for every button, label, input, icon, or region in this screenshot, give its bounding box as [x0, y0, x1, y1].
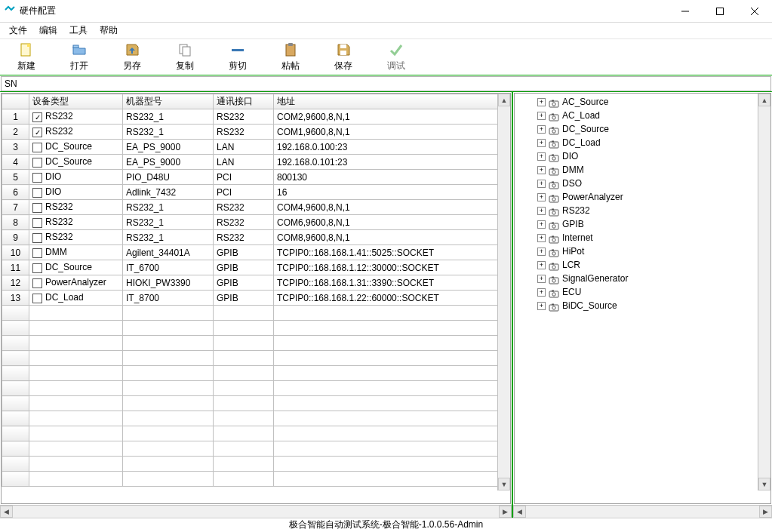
cell-type[interactable]: RS232 — [29, 125, 123, 140]
expand-icon[interactable]: + — [537, 275, 546, 283]
expand-icon[interactable]: + — [537, 288, 546, 297]
cell-port[interactable]: RS232 — [214, 200, 274, 215]
tree-node[interactable]: +ECU — [519, 285, 770, 299]
table-row[interactable] — [2, 441, 510, 457]
tree-node[interactable]: +DC_Load — [519, 136, 770, 149]
cell-port[interactable]: RS232 — [214, 109, 274, 125]
cell-type[interactable]: RS232 — [29, 215, 123, 230]
cell-port[interactable]: RS232 — [214, 230, 274, 245]
new-button[interactable]: 新建 — [0, 41, 53, 74]
tree-node[interactable]: +AC_Load — [519, 109, 770, 122]
table-row[interactable]: 12PowerAnalyzerHIOKI_PW3390GPIBTCPIP0::1… — [2, 275, 510, 291]
cut-button[interactable]: 剪切 — [211, 41, 264, 74]
row-checkbox[interactable] — [32, 233, 42, 243]
cell-type[interactable]: DMM — [29, 245, 123, 260]
expand-icon[interactable]: + — [537, 98, 546, 106]
cell-type[interactable]: DC_Source — [29, 140, 123, 155]
row-checkbox[interactable] — [32, 294, 42, 303]
row-number[interactable]: 4 — [2, 155, 29, 170]
menu-help[interactable]: 帮助 — [94, 23, 124, 38]
row-number[interactable]: 5 — [2, 170, 29, 185]
cell-type[interactable]: DC_Source — [29, 260, 123, 275]
cell-addr[interactable]: 800130 — [274, 170, 510, 185]
open-button[interactable]: 打开 — [53, 41, 106, 74]
cell-type[interactable]: DIO — [29, 185, 123, 200]
menu-file[interactable]: 文件 — [3, 23, 33, 38]
expand-icon[interactable]: + — [537, 139, 546, 147]
table-row[interactable] — [2, 351, 510, 366]
tree-node[interactable]: +GPIB — [519, 217, 770, 231]
cell-addr[interactable]: COM2,9600,8,N,1 — [274, 109, 510, 125]
row-number[interactable]: 10 — [2, 245, 29, 260]
cell-model[interactable]: Agilent_34401A — [123, 245, 214, 260]
row-number[interactable]: 6 — [2, 185, 29, 200]
cell-model[interactable]: RS232_1 — [123, 215, 214, 230]
cell-addr[interactable]: TCPIP0::168.168.1.22::60000::SOCKET — [274, 291, 510, 306]
cell-addr[interactable]: COM1,9600,8,N,1 — [274, 125, 510, 140]
table-row[interactable] — [2, 306, 510, 321]
expand-icon[interactable]: + — [537, 180, 546, 188]
cell-model[interactable]: RS232_1 — [123, 109, 214, 125]
expand-icon[interactable]: + — [537, 220, 546, 229]
row-number[interactable]: 2 — [2, 125, 29, 140]
row-number[interactable]: 12 — [2, 275, 29, 291]
table-row[interactable] — [2, 457, 510, 472]
row-number[interactable]: 7 — [2, 200, 29, 215]
row-number[interactable]: 9 — [2, 230, 29, 245]
cell-port[interactable]: GPIB — [214, 291, 274, 306]
cell-port[interactable]: PCI — [214, 185, 274, 200]
tree-node[interactable]: +Internet — [519, 231, 770, 244]
table-row[interactable] — [2, 411, 510, 426]
cell-port[interactable]: GPIB — [214, 260, 274, 275]
paste-button[interactable]: 粘帖 — [264, 41, 317, 74]
expand-icon[interactable]: + — [537, 302, 546, 310]
row-checkbox[interactable] — [32, 263, 42, 273]
table-row[interactable]: 10DMMAgilent_34401AGPIBTCPIP0::168.168.1… — [2, 245, 510, 260]
cell-model[interactable]: PIO_D48U — [123, 170, 214, 185]
expand-icon[interactable]: + — [537, 193, 546, 201]
cell-port[interactable]: RS232 — [214, 215, 274, 230]
row-checkbox[interactable] — [32, 188, 42, 198]
tree-node[interactable]: +HiPot — [519, 244, 770, 258]
cell-addr[interactable]: 192.168.0.100:23 — [274, 140, 510, 155]
device-table[interactable]: 设备类型 机器型号 通讯接口 地址 1RS232RS232_1RS232COM2… — [1, 93, 511, 504]
scroll-left-icon[interactable]: ◀ — [513, 506, 526, 518]
expand-icon[interactable]: + — [537, 112, 546, 120]
table-header-row[interactable]: 设备类型 机器型号 通讯接口 地址 — [2, 94, 510, 109]
tree-node[interactable]: +DC_Source — [519, 122, 770, 136]
expand-icon[interactable]: + — [537, 234, 546, 242]
tree-node[interactable]: +DSO — [519, 177, 770, 190]
row-checkbox[interactable] — [32, 173, 42, 183]
scroll-up-icon[interactable]: ▲ — [758, 94, 770, 106]
tree-hscroll[interactable]: ◀ ▶ — [513, 505, 772, 518]
copy-button[interactable]: 复制 — [158, 41, 211, 74]
tree-node[interactable]: +LCR — [519, 258, 770, 272]
cell-addr[interactable]: TCPIP0::168.168.1.41::5025::SOCKET — [274, 245, 510, 260]
tree-node[interactable]: +DIO — [519, 149, 770, 163]
scroll-right-icon[interactable]: ▶ — [759, 506, 772, 518]
table-row[interactable] — [2, 426, 510, 441]
expand-icon[interactable]: + — [537, 207, 546, 215]
row-number[interactable]: 8 — [2, 215, 29, 230]
table-row[interactable]: 6DIOAdlink_7432PCI16 — [2, 185, 510, 200]
row-checkbox[interactable] — [32, 203, 42, 213]
tree-node[interactable]: +AC_Source — [519, 95, 770, 109]
row-checkbox[interactable] — [32, 218, 42, 228]
tree-node[interactable]: +BiDC_Source — [519, 299, 770, 312]
cell-model[interactable]: EA_PS_9000 — [123, 140, 214, 155]
row-number[interactable]: 3 — [2, 140, 29, 155]
cell-addr[interactable]: 16 — [274, 185, 510, 200]
table-row[interactable]: 7RS232RS232_1RS232COM4,9600,8,N,1 — [2, 200, 510, 215]
cell-type[interactable]: DIO — [29, 170, 123, 185]
table-row[interactable]: 5DIOPIO_D48UPCI800130 — [2, 170, 510, 185]
expand-icon[interactable]: + — [537, 125, 546, 134]
scroll-up-icon[interactable]: ▲ — [498, 94, 510, 106]
expand-icon[interactable]: + — [537, 152, 546, 161]
close-button[interactable] — [737, 0, 772, 23]
table-row[interactable] — [2, 336, 510, 351]
scroll-right-icon[interactable]: ▶ — [499, 506, 512, 518]
cell-model[interactable]: IT_6700 — [123, 260, 214, 275]
cell-model[interactable]: EA_PS_9000 — [123, 155, 214, 170]
cell-port[interactable]: RS232 — [214, 125, 274, 140]
cell-type[interactable]: PowerAnalyzer — [29, 275, 123, 291]
